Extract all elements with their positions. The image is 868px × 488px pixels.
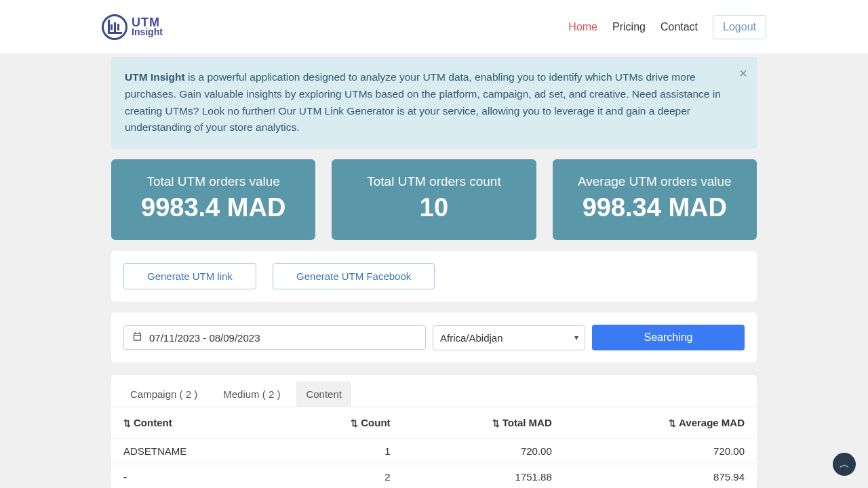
nav-links: Home Pricing Contact Logout <box>568 15 766 39</box>
col-count[interactable]: ⇅Count <box>279 407 402 439</box>
brand-line2: Insight <box>132 28 163 37</box>
scroll-top-button[interactable]: ︿ <box>833 453 856 476</box>
cell-count: 2 <box>279 464 402 488</box>
cell-average: 720.00 <box>564 439 757 464</box>
cell-content: - <box>111 464 279 488</box>
col-average[interactable]: ⇅Average MAD <box>564 407 757 439</box>
calendar-icon <box>132 331 142 344</box>
chevron-up-icon: ︿ <box>840 458 850 471</box>
search-button[interactable]: Searching <box>592 325 745 350</box>
alert-bold: UTM Insight <box>125 71 185 83</box>
sort-icon: ⇅ <box>351 418 358 428</box>
table-row: ADSETNAME 1 720.00 720.00 <box>111 439 757 464</box>
tabs: Campaign ( 2 ) Medium ( 2 ) Content <box>111 375 757 407</box>
stat-label: Average UTM orders value <box>559 174 750 189</box>
logo-icon <box>102 14 127 40</box>
cell-total: 1751.88 <box>403 464 564 488</box>
stats-row: Total UTM orders value 9983.4 MAD Total … <box>111 159 757 240</box>
cell-average: 875.94 <box>564 464 757 488</box>
date-range-input[interactable]: 07/11/2023 - 08/09/2023 <box>123 325 426 350</box>
col-content[interactable]: ⇅Content <box>111 407 279 439</box>
sort-icon: ⇅ <box>492 418 500 428</box>
sort-icon: ⇅ <box>123 418 131 428</box>
close-icon[interactable]: × <box>739 66 747 80</box>
tab-medium[interactable]: Medium ( 2 ) <box>214 382 290 407</box>
stat-label: Total UTM orders value <box>118 174 309 189</box>
tab-content[interactable]: Content <box>296 382 351 407</box>
stat-value: 9983.4 MAD <box>118 193 309 222</box>
stat-avg-value: Average UTM orders value 998.34 MAD <box>553 159 757 240</box>
results-table: ⇅Content ⇅Count ⇅Total MAD ⇅Average MAD … <box>111 407 757 488</box>
generate-utm-facebook-button[interactable]: Generate UTM Facebook <box>273 263 435 289</box>
alert-text: is a powerful application designed to an… <box>125 71 721 133</box>
stat-value: 998.34 MAD <box>559 193 750 222</box>
table-row: - 2 1751.88 875.94 <box>111 464 757 488</box>
sort-icon: ⇅ <box>669 418 676 428</box>
col-total[interactable]: ⇅Total MAD <box>403 407 564 439</box>
stat-total-count: Total UTM orders count 10 <box>332 159 536 240</box>
cell-content: ADSETNAME <box>111 439 279 464</box>
results-panel: Campaign ( 2 ) Medium ( 2 ) Content ⇅Con… <box>111 375 757 488</box>
stat-value: 10 <box>338 193 529 222</box>
generate-utm-link-button[interactable]: Generate UTM link <box>123 263 256 289</box>
top-navbar: UTM Insight Home Pricing Contact Logout <box>0 0 868 54</box>
filter-panel: 07/11/2023 - 08/09/2023 Africa/Abidjan S… <box>111 312 757 363</box>
timezone-select[interactable]: Africa/Abidjan <box>433 325 585 350</box>
logout-button[interactable]: Logout <box>713 15 766 39</box>
tab-campaign[interactable]: Campaign ( 2 ) <box>121 382 207 407</box>
stat-label: Total UTM orders count <box>338 174 529 189</box>
nav-home[interactable]: Home <box>568 21 597 33</box>
generate-panel: Generate UTM link Generate UTM Facebook <box>111 251 757 302</box>
nav-contact[interactable]: Contact <box>660 21 698 33</box>
stat-total-value: Total UTM orders value 9983.4 MAD <box>111 159 315 240</box>
date-range-value: 07/11/2023 - 08/09/2023 <box>149 332 260 344</box>
brand-logo: UTM Insight <box>102 14 163 40</box>
info-alert: UTM Insight is a powerful application de… <box>111 57 757 148</box>
cell-total: 720.00 <box>403 439 564 464</box>
cell-count: 1 <box>279 439 402 464</box>
nav-pricing[interactable]: Pricing <box>612 21 646 33</box>
